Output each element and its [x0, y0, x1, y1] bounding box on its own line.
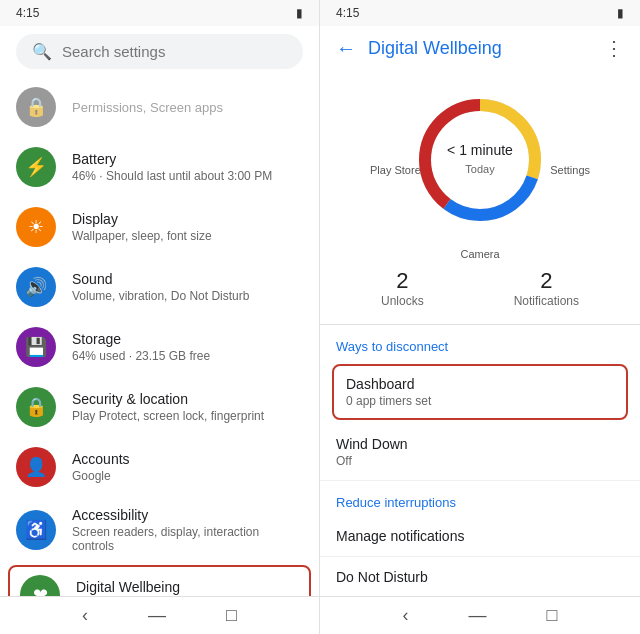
ways-to-disconnect-header: Ways to disconnect — [320, 325, 640, 360]
search-input[interactable] — [62, 43, 287, 60]
notifications-stat: 2 Notifications — [514, 268, 579, 308]
security-icon: 🔒 — [16, 387, 56, 427]
right-nav-recents[interactable]: □ — [547, 605, 558, 626]
sound-subtitle: Volume, vibration, Do Not Disturb — [72, 289, 303, 303]
camera-label: Camera — [460, 248, 499, 260]
left-nav-back[interactable]: ‹ — [82, 605, 88, 626]
accessibility-icon: ♿ — [16, 510, 56, 550]
sidebar-item-accessibility[interactable]: ♿ Accessibility Screen readers, display,… — [0, 497, 319, 563]
page-title: Digital Wellbeing — [368, 38, 592, 59]
dashboard-title: Dashboard — [346, 376, 614, 392]
partial-icon: 🔒 — [16, 87, 56, 127]
top-bar-right: ← Digital Wellbeing ⋮ — [320, 26, 640, 70]
sidebar-item-display[interactable]: ☀ Display Wallpaper, sleep, font size — [0, 197, 319, 257]
sidebar-item-security[interactable]: 🔒 Security & location Play Protect, scre… — [0, 377, 319, 437]
sidebar-item-digital-wellbeing[interactable]: ❤ Digital Wellbeing Screen time, app tim… — [8, 565, 311, 596]
manage-notifications-item[interactable]: Manage notifications — [320, 516, 640, 557]
donut-wrapper: Play Store Settings Camera — [336, 80, 624, 260]
search-bar[interactable]: 🔍 — [16, 34, 303, 69]
display-title: Display — [72, 211, 303, 227]
dashboard-item[interactable]: Dashboard 0 app timers set — [332, 364, 628, 420]
battery-icon-left: ▮ — [296, 6, 303, 20]
battery-icon: ⚡ — [16, 147, 56, 187]
reduce-interruptions-header: Reduce interruptions — [320, 481, 640, 516]
partial-text: Permissions, Screen apps — [72, 100, 223, 115]
right-nav-back[interactable]: ‹ — [403, 605, 409, 626]
accessibility-subtitle: Screen readers, display, interaction con… — [72, 525, 303, 553]
sidebar-item-storage[interactable]: 💾 Storage 64% used · 23.15 GB free — [0, 317, 319, 377]
wind-down-item[interactable]: Wind Down Off — [320, 424, 640, 481]
more-options-icon[interactable]: ⋮ — [604, 36, 624, 60]
display-subtitle: Wallpaper, sleep, font size — [72, 229, 303, 243]
nav-bar-left: ‹ — □ — [0, 596, 319, 634]
donut-outer-labels: Play Store Settings Camera — [370, 80, 590, 260]
settings-label: Settings — [550, 164, 590, 176]
sound-title: Sound — [72, 271, 303, 287]
status-time-right: 4:15 — [336, 6, 359, 20]
right-panel: 4:15 ▮ ← Digital Wellbeing ⋮ Play Store … — [320, 0, 640, 634]
svg-text:Today: Today — [465, 163, 495, 175]
unlocks-label: Unlocks — [381, 294, 424, 308]
donut-chart: < 1 minute Today — [405, 85, 555, 239]
accounts-subtitle: Google — [72, 469, 303, 483]
storage-subtitle: 64% used · 23.15 GB free — [72, 349, 303, 363]
display-icon: ☀ — [16, 207, 56, 247]
unlocks-number: 2 — [381, 268, 424, 294]
left-panel: 4:15 ▮ 🔍 🔒 Permissions, Screen apps ⚡ Ba… — [0, 0, 320, 634]
sidebar-item-battery[interactable]: ⚡ Battery 46% · Should last until about … — [0, 137, 319, 197]
right-content: Play Store Settings Camera — [320, 70, 640, 596]
battery-icon-right: ▮ — [617, 6, 624, 20]
search-icon: 🔍 — [32, 42, 52, 61]
security-title: Security & location — [72, 391, 303, 407]
right-nav-home[interactable]: — — [469, 605, 487, 626]
sidebar-item-accounts[interactable]: 👤 Accounts Google — [0, 437, 319, 497]
status-time-left: 4:15 — [16, 6, 39, 20]
wind-down-subtitle: Off — [336, 454, 624, 468]
storage-title: Storage — [72, 331, 303, 347]
digital-wellbeing-title: Digital Wellbeing — [76, 579, 299, 595]
storage-icon: 💾 — [16, 327, 56, 367]
dashboard-subtitle: 0 app timers set — [346, 394, 614, 408]
do-not-disturb-title: Do Not Disturb — [336, 569, 624, 585]
sound-icon: 🔊 — [16, 267, 56, 307]
digital-wellbeing-icon: ❤ — [20, 575, 60, 596]
accounts-icon: 👤 — [16, 447, 56, 487]
partial-item: 🔒 Permissions, Screen apps — [0, 77, 319, 137]
status-bar-left: 4:15 ▮ — [0, 0, 319, 26]
battery-title: Battery — [72, 151, 303, 167]
unlocks-stat: 2 Unlocks — [381, 268, 424, 308]
sidebar-item-sound[interactable]: 🔊 Sound Volume, vibration, Do Not Distur… — [0, 257, 319, 317]
notifications-label: Notifications — [514, 294, 579, 308]
left-nav-recents[interactable]: □ — [226, 605, 237, 626]
accessibility-title: Accessibility — [72, 507, 303, 523]
stats-row: 2 Unlocks 2 Notifications — [336, 268, 624, 308]
do-not-disturb-item[interactable]: Do Not Disturb — [320, 557, 640, 596]
donut-section: Play Store Settings Camera — [320, 70, 640, 325]
security-subtitle: Play Protect, screen lock, fingerprint — [72, 409, 303, 423]
battery-subtitle: 46% · Should last until about 3:00 PM — [72, 169, 303, 183]
settings-list: 🔒 Permissions, Screen apps ⚡ Battery 46%… — [0, 77, 319, 596]
accounts-title: Accounts — [72, 451, 303, 467]
svg-text:< 1 minute: < 1 minute — [447, 142, 513, 158]
left-nav-home[interactable]: — — [148, 605, 166, 626]
notifications-number: 2 — [514, 268, 579, 294]
wind-down-title: Wind Down — [336, 436, 624, 452]
manage-notifications-title: Manage notifications — [336, 528, 624, 544]
status-bar-right: 4:15 ▮ — [320, 0, 640, 26]
back-button[interactable]: ← — [336, 37, 356, 60]
nav-bar-right: ‹ — □ — [320, 596, 640, 634]
